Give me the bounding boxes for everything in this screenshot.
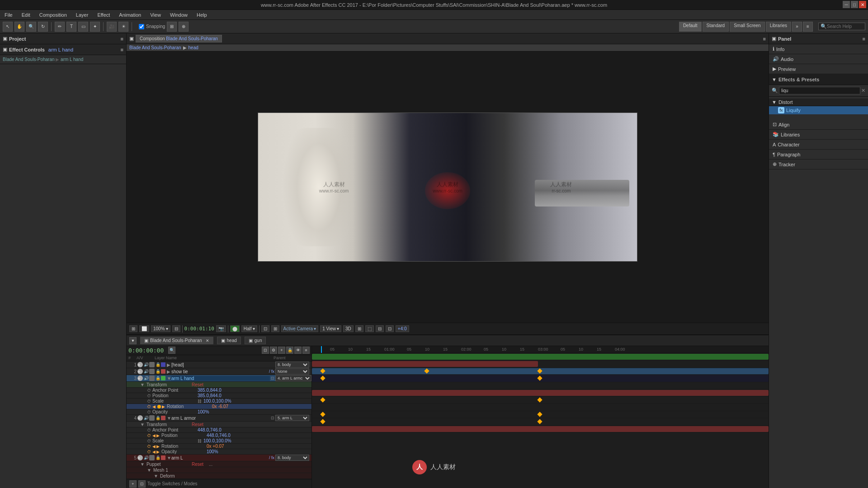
- menu-file[interactable]: File: [3, 11, 14, 19]
- comp-bc-layer[interactable]: head: [189, 45, 198, 50]
- close-button[interactable]: ✕: [859, 1, 866, 8]
- ap-stopwatch-3[interactable]: ⏱: [147, 388, 152, 393]
- project-menu-icon[interactable]: ≡: [121, 36, 123, 42]
- pos-nav-left-4[interactable]: ◀: [152, 433, 156, 438]
- timeline-tab-gun[interactable]: ▣ gun: [245, 337, 266, 344]
- layer-solo-4[interactable]: [149, 415, 155, 421]
- tool-zoom[interactable]: 🔍: [26, 22, 36, 32]
- viewer-layer-btn[interactable]: ⊞: [271, 325, 279, 332]
- layer-row-5[interactable]: 5 ● 🔊 🔒 ▼ arm L / fx 8. body: [127, 455, 311, 461]
- tool-rotate[interactable]: ↻: [38, 22, 48, 32]
- rotation-value-4[interactable]: 0x +0.07: [207, 444, 224, 449]
- scale-value-4[interactable]: 100.0,100.0%: [203, 438, 231, 443]
- layer-shy-btn[interactable]: 👁: [294, 347, 302, 354]
- audio-row[interactable]: 🔊 Audio: [769, 54, 868, 64]
- viewer-camera[interactable]: Active Camera ▾: [281, 325, 319, 332]
- viewer-overlay-btn[interactable]: ⬚: [365, 325, 374, 332]
- search-layers-btn[interactable]: 🔍: [168, 347, 175, 354]
- breadcrumb-layer[interactable]: arm L hand: [61, 57, 83, 62]
- menu-window[interactable]: Window: [168, 11, 189, 19]
- viewer-render-btn[interactable]: ⬤: [230, 325, 240, 332]
- menu-view[interactable]: View: [148, 11, 163, 19]
- pos-sw-4[interactable]: ⏱: [147, 433, 152, 438]
- parent-select-4[interactable]: 5. arm L: [275, 415, 309, 421]
- parent-select-2[interactable]: None: [275, 368, 309, 375]
- layer-vis-1[interactable]: ●: [137, 362, 143, 367]
- layer-cols-btn[interactable]: ≡: [302, 347, 310, 354]
- scale-link-3[interactable]: ⛓: [198, 399, 202, 404]
- menu-effect[interactable]: Effect: [95, 11, 112, 19]
- mesh-expand-5[interactable]: ▼: [147, 468, 151, 473]
- viewer-view[interactable]: 1 View ▾: [320, 325, 341, 332]
- layer-lock-4[interactable]: 🔒: [156, 416, 161, 420]
- workspace-libraries[interactable]: Libraries: [766, 22, 791, 32]
- right-panel-menu[interactable]: ≡: [863, 36, 865, 42]
- tool-puppet[interactable]: ✦: [90, 22, 100, 32]
- layer-solo-1[interactable]: [149, 362, 155, 367]
- render-queue-bottom-btn[interactable]: ⊡: [138, 480, 146, 488]
- tool-shape[interactable]: ▭: [78, 22, 88, 32]
- tool-light[interactable]: ☀: [118, 22, 128, 32]
- tool-text[interactable]: T: [66, 22, 76, 32]
- comp-menu-icon[interactable]: ≡: [763, 36, 766, 42]
- tool-camera[interactable]: 🎥: [107, 22, 117, 32]
- breadcrumb-comp[interactable]: Blade And Souls-Poharan: [3, 57, 55, 62]
- scale-stopwatch-3[interactable]: ⏱: [147, 399, 152, 404]
- snapping-more[interactable]: ⊕: [179, 22, 189, 32]
- rot-nav-left-4[interactable]: ◀: [152, 444, 156, 449]
- effects-search-clear[interactable]: ✕: [861, 88, 865, 94]
- layer-vis-5[interactable]: ●: [137, 455, 143, 460]
- viewer-fps-btn[interactable]: +4:0: [396, 325, 409, 332]
- tracker-row[interactable]: ⊕ Tracker: [769, 160, 868, 169]
- viewer-comp-btn[interactable]: ⊡: [261, 325, 269, 332]
- layer-audio-5[interactable]: 🔊: [144, 455, 149, 460]
- workspace-standard[interactable]: Standard: [703, 22, 729, 32]
- timeline-tab-blade[interactable]: ▣ Blade And Souls-Poharan ✕: [140, 337, 213, 344]
- viewer-snap-btn[interactable]: ⊞: [129, 325, 137, 332]
- layer-audio-3[interactable]: 🔊: [144, 376, 149, 380]
- layer-lock-1[interactable]: 🔒: [156, 362, 161, 367]
- layer-name-3[interactable]: arm L hand: [171, 376, 270, 381]
- liquify-item[interactable]: fx Liquify: [769, 106, 868, 114]
- libraries-row[interactable]: 📚 Libraries: [769, 130, 868, 140]
- effects-presets-section[interactable]: ▼ Effects & Presets: [769, 74, 868, 85]
- new-layer-bottom-btn[interactable]: +: [129, 480, 137, 488]
- layer-row-3[interactable]: 3 ● 🔊 🔒 ▼ arm L hand ⊡ 4. arm L armc: [127, 375, 311, 382]
- rot-stopwatch-3[interactable]: ⏱: [147, 404, 152, 409]
- rot-sw-4[interactable]: ⏱: [147, 444, 152, 449]
- layer-lock-5[interactable]: 🔒: [156, 455, 161, 460]
- op-stopwatch-3[interactable]: ⏱: [147, 410, 152, 414]
- transform-reset-4[interactable]: Reset: [192, 422, 203, 427]
- layer-row-1[interactable]: 1 ● 🔊 🔒 ▶ [head] 8. body: [127, 361, 311, 368]
- effects-search-input[interactable]: [779, 87, 860, 94]
- tool-hand[interactable]: ✋: [14, 22, 24, 32]
- scale-value-3[interactable]: 100.0,100.0%: [203, 399, 231, 404]
- opacity-value-4[interactable]: 100%: [207, 449, 218, 454]
- ap-value-4[interactable]: 448.0,746.0: [198, 427, 222, 432]
- pos-value-4[interactable]: 448.0,746.0: [207, 433, 231, 438]
- comp-bc-comp[interactable]: Blade And Souls-Poharan: [129, 45, 181, 50]
- snapping-checkbox[interactable]: [139, 24, 144, 29]
- ap-sw-4[interactable]: ⏱: [147, 428, 152, 432]
- menu-composition[interactable]: Composition: [38, 11, 69, 19]
- new-layer-btn[interactable]: +: [278, 347, 285, 354]
- op-sw-4[interactable]: ⏱: [147, 450, 152, 454]
- timeline-collapse[interactable]: ▼: [129, 337, 137, 344]
- transform-expand-4[interactable]: ▼: [140, 422, 145, 427]
- viewer-quality[interactable]: Half ▾: [241, 325, 257, 332]
- layer-solo-2[interactable]: [149, 369, 155, 374]
- rot-kf-nav-left-3[interactable]: ◀: [152, 404, 156, 409]
- layer-expand-1[interactable]: ▶: [167, 362, 171, 367]
- layer-row-4[interactable]: 4 ● 🔊 🔒 ▼ arm L armor ⊡ 5. arm L: [127, 415, 311, 422]
- scale-sw-4[interactable]: ⏱: [147, 439, 152, 443]
- layer-audio-2[interactable]: 🔊: [144, 369, 149, 374]
- timecode-display[interactable]: 0:00:00:00: [128, 347, 164, 354]
- minimize-button[interactable]: ─: [843, 1, 850, 8]
- rot-nav-right-4[interactable]: ▶: [156, 444, 160, 449]
- tl-tab-close-1[interactable]: ✕: [206, 338, 209, 343]
- timeline-playhead[interactable]: [321, 346, 322, 353]
- align-row[interactable]: ⊡ Align: [769, 120, 868, 130]
- workspace-default[interactable]: Default: [679, 22, 702, 32]
- layer-vis-3[interactable]: ●: [137, 375, 143, 381]
- preview-row[interactable]: ▶ Preview: [769, 64, 868, 74]
